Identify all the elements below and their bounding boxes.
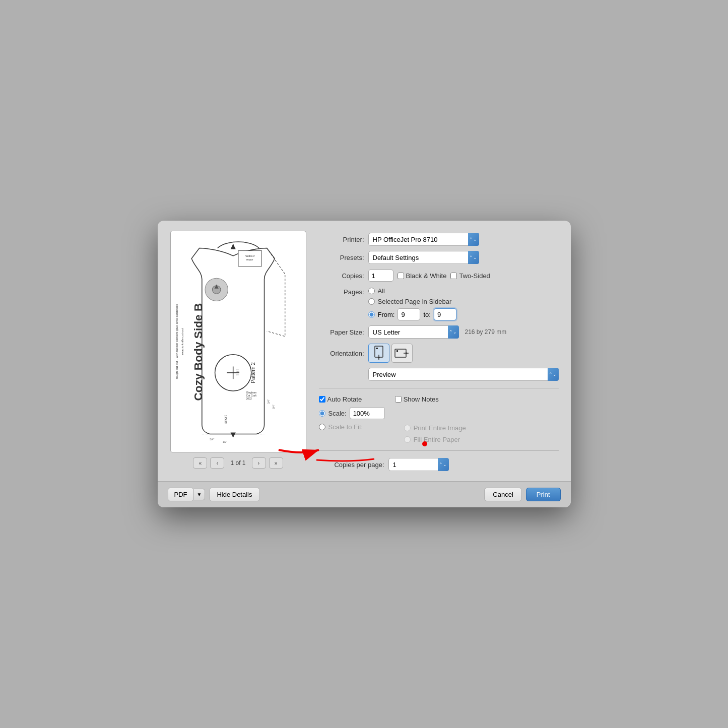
svg-marker-23 — [230, 432, 235, 437]
svg-text:1/2": 1/2" — [223, 440, 227, 443]
svg-text:handle of: handle of — [245, 255, 255, 257]
printer-row: Printer: HP OfficeJet Pro 8710 — [319, 233, 559, 246]
show-notes-checkbox[interactable] — [395, 396, 402, 403]
svg-marker-30 — [377, 357, 380, 359]
paper-size-select-wrapper: US Letter — [368, 325, 459, 339]
copies-input[interactable] — [368, 270, 393, 282]
print-dialog: rough cut out - with rubber cement glue … — [158, 221, 571, 507]
scale-option: Scale: — [319, 407, 385, 419]
divider-1 — [319, 388, 559, 388]
app-section-select-wrapper: Preview — [368, 368, 559, 381]
orientation-label: Orientation: — [319, 350, 364, 357]
orientation-row: Orientation: — [319, 344, 559, 363]
presets-row: Presets: Default Settings — [319, 251, 559, 264]
svg-text:2022: 2022 — [246, 397, 252, 400]
svg-rect-35 — [396, 350, 398, 352]
presets-select[interactable]: Default Settings — [368, 251, 479, 264]
first-page-button[interactable]: « — [193, 457, 207, 469]
print-entire-radio[interactable] — [404, 425, 411, 431]
options-right: Show Notes Print Entire Image Fill Entir… — [395, 395, 466, 443]
show-notes-text: Show Notes — [404, 395, 439, 403]
pages-from-radio[interactable] — [368, 311, 375, 318]
copies-per-page-label: Copies per page: — [319, 461, 384, 469]
cancel-button[interactable]: Cancel — [484, 488, 521, 501]
pages-to-input[interactable] — [434, 308, 456, 320]
next-page-button[interactable]: › — [252, 457, 266, 469]
presets-label: Presets: — [319, 254, 364, 261]
scale-radio[interactable] — [319, 410, 325, 417]
pages-selected-radio[interactable] — [368, 298, 375, 305]
pdf-button[interactable]: PDF — [168, 488, 194, 501]
black-white-checkbox[interactable] — [398, 273, 404, 279]
svg-text:3/4": 3/4" — [272, 405, 275, 409]
pages-from-to-row: From: to: — [368, 308, 456, 320]
last-page-button[interactable]: » — [269, 457, 283, 469]
copies-per-page-row: Copies per page: 1 2 4 — [319, 458, 559, 471]
options-left: Auto Rotate Scale: Scale to Fit: — [319, 395, 385, 431]
copies-row: Copies: Black & White Two-Sided — [319, 269, 559, 282]
scale-label: Scale: — [328, 410, 347, 417]
svg-text:Cozy Body Side B: Cozy Body Side B — [191, 303, 204, 401]
cancel-label: Cancel — [493, 491, 513, 498]
copies-per-page-wrapper: 1 2 4 — [388, 458, 449, 471]
dialog-footer: PDF ▼ Hide Details Cancel Print — [158, 481, 571, 507]
auto-rotate-text: Auto Rotate — [327, 395, 362, 403]
scale-input[interactable] — [350, 407, 385, 419]
portrait-button[interactable] — [368, 344, 389, 363]
svg-text:3/4": 3/4" — [210, 438, 214, 441]
fill-paper-label: Fill Entire Paper — [414, 436, 460, 443]
paper-size-label: Paper Size: — [319, 328, 364, 336]
landscape-button[interactable] — [391, 344, 413, 363]
pages-all-row: All — [368, 287, 456, 295]
svg-rect-31 — [376, 348, 378, 349]
settings-section: Printer: HP OfficeJet Pro 8710 Presets: — [319, 231, 559, 471]
pages-from-input[interactable] — [398, 308, 420, 320]
svg-text:1.5": 1.5" — [235, 373, 239, 376]
options-two-col: Auto Rotate Scale: Scale to Fit: — [319, 395, 559, 443]
pdf-label: PDF — [174, 491, 187, 498]
pages-selected-row: Selected Page in Sidebar — [368, 298, 456, 305]
svg-text:Cat Craft: Cat Craft — [246, 394, 256, 397]
auto-rotate-label: Auto Rotate — [319, 395, 385, 403]
print-entire-option: Print Entire Image — [404, 424, 466, 432]
fill-paper-option: Fill Entire Paper — [404, 436, 466, 443]
pages-to-label: to: — [423, 311, 430, 318]
preview-section: rough cut out - with rubber cement glue … — [168, 231, 309, 471]
copies-label: Copies: — [319, 272, 364, 280]
divider-2 — [319, 450, 559, 451]
print-button[interactable]: Print — [526, 488, 561, 501]
svg-text:3/4": 3/4" — [267, 400, 270, 404]
scale-to-fit-radio[interactable] — [319, 424, 325, 430]
pages-label: Pages: — [319, 287, 364, 296]
two-sided-label: Two-Sided — [459, 272, 490, 280]
printer-label: Printer: — [319, 236, 364, 243]
preview-controls: « ‹ 1 of 1 › » — [193, 457, 283, 469]
svg-text:Pattern 2: Pattern 2 — [250, 362, 255, 383]
pages-all-radio[interactable] — [368, 288, 375, 294]
presets-select-wrapper: Default Settings — [368, 251, 479, 264]
pages-row: Pages: All Selected Page in Sidebar — [319, 287, 559, 320]
auto-rotate-checkbox[interactable] — [319, 396, 325, 403]
svg-text:exacto knife cut out: exacto knife cut out — [180, 328, 183, 355]
app-section-select[interactable]: Preview — [368, 368, 559, 381]
svg-text:rough cut out - with rubber ce: rough cut out - with rubber cement glue … — [175, 303, 178, 379]
svg-marker-34 — [406, 352, 408, 355]
show-notes-label: Show Notes — [395, 395, 466, 403]
preview-box: rough cut out - with rubber cement glue … — [170, 231, 306, 452]
svg-text:respor: respor — [246, 258, 253, 261]
black-white-label: Black & White — [406, 272, 447, 280]
two-sided-checkbox[interactable] — [450, 273, 457, 279]
orientation-buttons — [368, 344, 413, 363]
app-section-row: Preview — [319, 368, 559, 381]
print-entire-label: Print Entire Image — [414, 424, 466, 432]
copies-per-page-select[interactable]: 1 2 4 — [388, 458, 449, 471]
prev-page-button[interactable]: ‹ — [210, 457, 224, 469]
printer-select[interactable]: HP OfficeJet Pro 8710 — [368, 233, 479, 246]
paper-size-select[interactable]: US Letter — [368, 325, 459, 339]
scale-to-fit-label: Scale to Fit: — [328, 423, 363, 431]
pages-group: All Selected Page in Sidebar From: to: — [368, 287, 456, 320]
pdf-dropdown-button[interactable]: ▼ — [194, 489, 206, 500]
paper-size-dimensions: 216 by 279 mm — [465, 328, 507, 336]
fill-paper-radio[interactable] — [404, 436, 411, 443]
hide-details-button[interactable]: Hide Details — [209, 488, 259, 501]
